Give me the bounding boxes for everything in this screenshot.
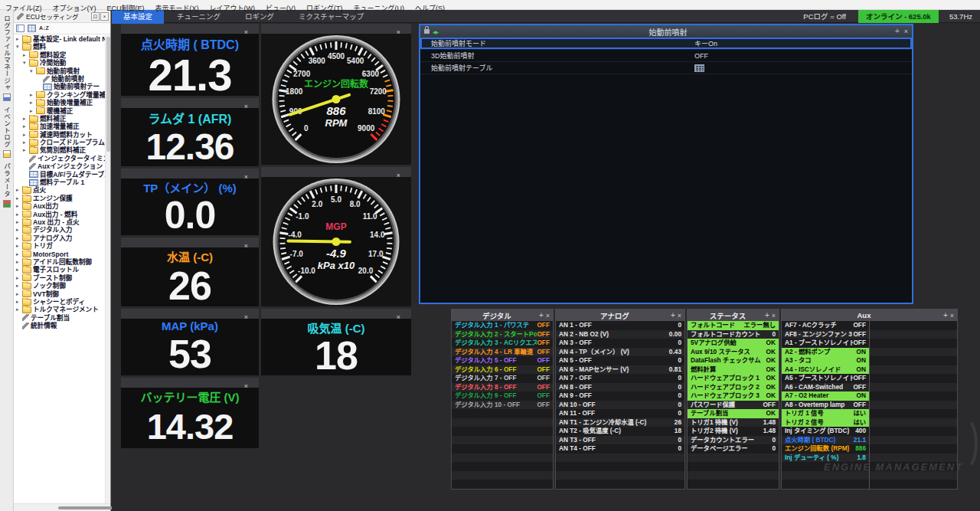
expand-arrow-icon[interactable]: ▸ (16, 218, 22, 226)
expand-arrow-icon[interactable]: ▸ (16, 226, 22, 234)
tree-item[interactable]: ▾ 燃料 (14, 43, 105, 51)
expand-arrow-icon[interactable]: ▸ (16, 211, 22, 218)
tree-item[interactable]: ▸ トリガ (14, 242, 105, 250)
expand-arrow-icon[interactable]: ▸ (16, 202, 22, 210)
tree-item[interactable]: ▸ Aux出力 - 燃料 (14, 211, 105, 218)
expand-arrow-icon[interactable]: ▸ (16, 186, 22, 194)
close-icon[interactable] (678, 311, 681, 320)
tree-item[interactable]: ▸ 加速増量補正 (14, 123, 105, 130)
expand-arrow-icon[interactable]: ▸ (23, 123, 29, 130)
expand-arrow-icon[interactable]: ▸ (16, 35, 22, 43)
menu-item[interactable]: オプション(Y) (47, 4, 102, 13)
lock-icon[interactable] (424, 29, 430, 34)
tree-item[interactable]: ▸ VVT制御 (14, 290, 105, 298)
vertical-tab[interactable]: パラメータ (0, 163, 13, 208)
expand-arrow-icon[interactable]: ▸ (30, 99, 36, 106)
panel-titlebar[interactable]: アナログ (556, 310, 684, 321)
panel-titlebar[interactable]: 始動前噴射 (420, 25, 912, 38)
sort-az-icon[interactable]: A↓Z (39, 25, 50, 32)
setting-row[interactable]: 3D始動前噴射 OFF (420, 50, 912, 62)
vertical-tab[interactable]: イベントログ (0, 106, 13, 158)
move-icon[interactable] (671, 311, 675, 320)
setting-value[interactable]: OFF (694, 52, 708, 60)
expand-arrow-icon[interactable]: ▸ (16, 266, 22, 274)
tree-item[interactable]: ▸ 燃料設定 (14, 51, 105, 59)
tree-item[interactable]: ▾ 始動前噴射 (14, 67, 105, 75)
move-icon[interactable] (943, 311, 948, 320)
menu-item[interactable]: ビュー(V) (260, 4, 301, 13)
expand-arrow-icon[interactable]: ▸ (23, 51, 29, 59)
expand-arrow-icon[interactable]: ▸ (16, 298, 22, 306)
tree-item[interactable]: 統計情報 (14, 322, 105, 329)
close-icon[interactable] (904, 27, 908, 36)
move-icon[interactable] (539, 311, 544, 320)
expand-arrow-icon[interactable]: ▸ (16, 306, 22, 313)
tree-item[interactable]: Auxインジェクション (14, 162, 105, 170)
tree-item[interactable]: ▸ クランキング増量補 (14, 91, 105, 99)
panel-titlebar[interactable]: デジタル (452, 310, 553, 321)
tree-item[interactable]: ▸ 始動後増量補正 (14, 99, 105, 106)
scrollbar-thumb[interactable] (106, 37, 110, 152)
expand-arrow-icon[interactable]: ▾ (16, 43, 22, 51)
tree-item[interactable]: ▸ 減速時燃料カット (14, 131, 105, 139)
expand-arrow-icon[interactable]: ▸ (30, 91, 36, 99)
tree-item[interactable]: ▸ エンジン保護 (14, 195, 105, 202)
tree-item[interactable]: ▸ Aux 出力 - 点火 (14, 218, 105, 226)
move-icon[interactable] (895, 27, 900, 36)
tree-item[interactable]: ▸ 電子スロットル (14, 266, 105, 274)
expand-arrow-icon[interactable]: ▸ (23, 139, 29, 146)
tree-item[interactable]: ▸ 点火 (14, 186, 105, 194)
tree-item[interactable]: ▸ MotorSport (14, 251, 105, 258)
menu-item[interactable]: ECU制御(E) (102, 4, 150, 13)
dock-arrows-icon[interactable] (433, 29, 438, 34)
tree-item[interactable]: テーブル割当 (14, 314, 105, 322)
menu-item[interactable]: ヘルプ(S) (410, 4, 450, 13)
vertical-tab[interactable]: ログファイルマネージャ (0, 15, 13, 101)
menu-item[interactable]: レイアウト(W) (204, 4, 261, 13)
expand-arrow-icon[interactable]: ▸ (16, 195, 22, 202)
menu-item[interactable]: ファイル(Z) (0, 4, 47, 13)
expand-arrow-icon[interactable]: ▾ (23, 59, 29, 67)
panel-titlebar[interactable]: Aux (782, 310, 957, 321)
move-icon[interactable] (765, 311, 769, 320)
tree-item[interactable]: 目標A/F/ラムダテーブル (14, 171, 105, 179)
expand-arrow-icon[interactable]: ▸ (16, 242, 22, 250)
tree-item[interactable]: ▸ 気筒別燃料補正 (14, 146, 105, 154)
tree-item[interactable]: ▸ 基本設定 - Link default N (14, 35, 105, 43)
tree-item[interactable]: ▸ トルクマネージメント (14, 306, 105, 313)
table-icon[interactable] (694, 64, 704, 72)
menu-item[interactable]: 表示モード(X) (150, 4, 204, 13)
expand-arrow-icon[interactable]: ▸ (23, 115, 29, 123)
tree-item[interactable]: 燃料テーブル 1 (14, 179, 105, 186)
close-icon[interactable] (950, 311, 954, 320)
close-icon[interactable] (772, 311, 776, 320)
expand-arrow-icon[interactable]: ▸ (16, 234, 22, 242)
setting-row[interactable]: 始動前噴射モード キーOn (420, 38, 912, 50)
menu-item[interactable]: チューニング(U) (348, 4, 410, 13)
tree-view-icon[interactable] (16, 25, 24, 32)
tree-item[interactable]: ▸ デジタル入力 (14, 226, 105, 234)
expand-arrow-icon[interactable]: ▸ (23, 131, 29, 139)
tree-item[interactable]: ▸ ノック制御 (14, 282, 105, 290)
expand-arrow-icon[interactable]: ▸ (16, 274, 22, 282)
tree-vertical-scrollbar[interactable] (105, 35, 110, 503)
tree-item[interactable]: ▸ クローズドループラムダ (14, 139, 105, 146)
setting-row[interactable]: 始動前噴射テーブル (420, 62, 912, 74)
tree-item[interactable]: ▸ シャシーとボディ (14, 298, 105, 306)
tree-item[interactable]: ▸ 燃料補正 (14, 115, 105, 123)
tree-item[interactable]: インジェクタータイミング (14, 155, 105, 162)
tree-item[interactable]: ▸ Aux出力 (14, 202, 105, 210)
table-view-icon[interactable] (28, 25, 36, 32)
tree-item[interactable]: ▸ アナログ入力 (14, 234, 105, 242)
expand-arrow-icon[interactable]: ▸ (30, 107, 36, 115)
tree-item[interactable]: 始動前噴射 (14, 75, 105, 83)
tree-item[interactable]: ▸ ブースト制御 (14, 274, 105, 282)
expand-arrow-icon[interactable]: ▸ (16, 258, 22, 266)
expand-arrow-icon[interactable]: ▸ (16, 251, 22, 258)
expand-arrow-icon[interactable]: ▸ (16, 282, 22, 290)
panel-titlebar[interactable]: ステータス (688, 310, 779, 321)
expand-arrow-icon[interactable]: ▾ (30, 67, 36, 75)
tree-item[interactable]: ▸ アイドル回転数制御 (14, 258, 105, 266)
expand-arrow-icon[interactable]: ▸ (23, 146, 29, 154)
close-icon[interactable] (546, 311, 550, 320)
